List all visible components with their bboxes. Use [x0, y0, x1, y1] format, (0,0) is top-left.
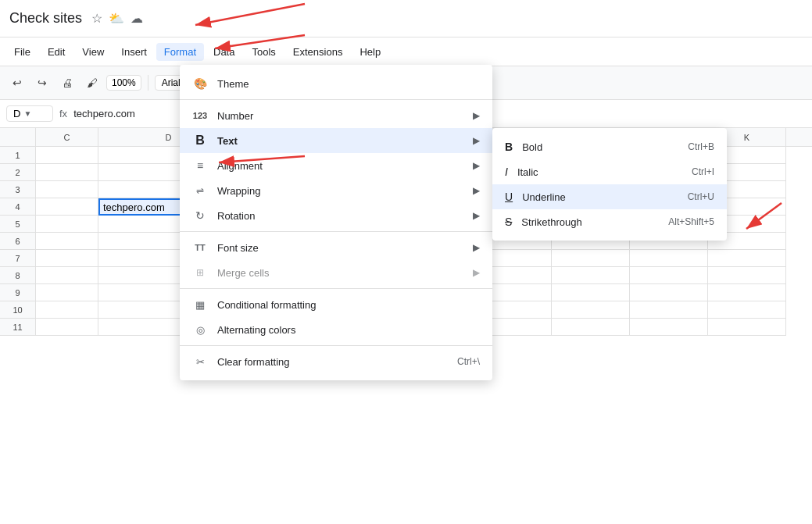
cell[interactable]	[630, 319, 708, 336]
number-submenu-arrow: ▶	[473, 110, 480, 121]
menu-item-merge[interactable]: ⊞ Merge cells ▶	[180, 260, 492, 285]
cell[interactable]	[36, 147, 98, 164]
cell[interactable]	[708, 301, 786, 319]
cell[interactable]	[708, 284, 786, 301]
underline-icon: U	[505, 191, 513, 203]
cloud-icon[interactable]: ⛅	[109, 11, 124, 26]
underline-shortcut: Ctrl+U	[688, 191, 714, 202]
cell[interactable]	[36, 198, 98, 216]
format-menu: 🎨 Theme 123 Number ▶ B Text ▶ B Bold Ctr…	[180, 65, 492, 380]
menu-label-text: Text	[217, 135, 463, 147]
menu-item-number[interactable]: 123 Number ▶	[180, 103, 492, 128]
merge-icon: ⊞	[192, 265, 208, 280]
col-header-c[interactable]: C	[36, 128, 98, 146]
menu-insert[interactable]: Insert	[113, 43, 155, 61]
submenu-item-strikethrough[interactable]: S Strikethrough Alt+Shift+5	[492, 209, 727, 234]
cell[interactable]	[36, 250, 98, 267]
cell[interactable]	[36, 164, 98, 181]
cell-reference[interactable]: D ▼	[6, 105, 53, 122]
rotation-icon: ↻	[192, 208, 208, 223]
menu-item-theme[interactable]: 🎨 Theme	[180, 71, 492, 96]
menu-view[interactable]: View	[74, 43, 112, 61]
strikethrough-shortcut: Alt+Shift+5	[668, 216, 714, 227]
bold-icon: B	[505, 141, 513, 153]
menu-extensions[interactable]: Extensions	[285, 43, 351, 61]
undo-button[interactable]: ↩	[6, 72, 28, 94]
menu-item-fontsize[interactable]: TT Font size ▶	[180, 235, 492, 260]
menu-help[interactable]: Help	[352, 43, 388, 61]
cell[interactable]	[36, 319, 98, 336]
cell[interactable]	[708, 250, 786, 267]
strikethrough-icon: S	[505, 216, 512, 228]
doc-title: Check sites	[9, 10, 82, 27]
menu-edit[interactable]: Edit	[40, 43, 73, 61]
row-header: 2	[0, 164, 36, 181]
redo-button[interactable]: ↪	[31, 72, 53, 94]
format-dropdown: 🎨 Theme 123 Number ▶ B Text ▶ B Bold Ctr…	[180, 65, 492, 380]
drive-icon[interactable]: ☁	[131, 11, 143, 26]
text-submenu: B Bold Ctrl+B I Italic Ctrl+I U Underlin…	[492, 128, 727, 241]
submenu-item-bold[interactable]: B Bold Ctrl+B	[492, 134, 727, 159]
menu-item-text[interactable]: B Text ▶ B Bold Ctrl+B I Italic Ctrl+I U…	[180, 128, 492, 153]
menu-item-rotation[interactable]: ↻ Rotation ▶	[180, 203, 492, 228]
submenu-item-italic[interactable]: I Italic Ctrl+I	[492, 159, 727, 184]
cell[interactable]	[552, 301, 630, 319]
row-header: 9	[0, 284, 36, 301]
menu-label-theme: Theme	[217, 78, 480, 90]
cell-content: techpero.com	[103, 201, 165, 213]
menu-item-alternating[interactable]: ◎ Alternating colors	[180, 317, 492, 342]
cell[interactable]	[552, 284, 630, 301]
cell[interactable]	[630, 284, 708, 301]
wrapping-icon: ⇌	[192, 183, 208, 198]
star-icon[interactable]: ☆	[91, 11, 102, 26]
italic-icon: I	[505, 166, 508, 178]
cell[interactable]	[36, 216, 98, 233]
menu-tools[interactable]: Tools	[244, 43, 283, 61]
cell[interactable]	[708, 319, 786, 336]
cell[interactable]	[552, 319, 630, 336]
menu-label-alternating: Alternating colors	[217, 324, 480, 336]
submenu-label-underline: Underline	[522, 191, 566, 203]
fx-label: fx	[59, 108, 67, 119]
menu-divider-2	[180, 231, 492, 232]
cell[interactable]	[552, 267, 630, 284]
cell[interactable]	[708, 267, 786, 284]
print-button[interactable]: 🖨	[56, 72, 78, 94]
menu-format[interactable]: Format	[156, 43, 204, 61]
cell[interactable]	[630, 301, 708, 319]
submenu-label-bold: Bold	[522, 141, 542, 153]
cell[interactable]	[36, 267, 98, 284]
cell[interactable]	[36, 301, 98, 319]
menu-item-wrapping[interactable]: ⇌ Wrapping ▶	[180, 178, 492, 203]
merge-submenu-arrow: ▶	[473, 267, 480, 278]
alignment-icon: ≡	[192, 158, 208, 173]
row-header: 6	[0, 233, 36, 250]
zoom-level[interactable]: 100%	[106, 75, 141, 91]
menu-divider-4	[180, 345, 492, 346]
row-header: 3	[0, 181, 36, 198]
menu-data[interactable]: Data	[206, 43, 242, 61]
menu-divider-3	[180, 288, 492, 289]
paint-format-button[interactable]: 🖌	[81, 72, 103, 94]
row-header: 5	[0, 216, 36, 233]
row-header: 1	[0, 147, 36, 164]
cell[interactable]	[36, 284, 98, 301]
menu-item-conditional[interactable]: ▦ Conditional formatting	[180, 292, 492, 317]
number-icon: 123	[192, 108, 208, 123]
cell[interactable]	[552, 250, 630, 267]
rotation-submenu-arrow: ▶	[473, 210, 480, 221]
submenu-item-underline[interactable]: U Underline Ctrl+U	[492, 184, 727, 209]
cell[interactable]	[630, 267, 708, 284]
menu-item-alignment[interactable]: ≡ Alignment ▶	[180, 153, 492, 178]
cell[interactable]	[630, 250, 708, 267]
title-icons: ☆ ⛅ ☁	[91, 11, 143, 26]
clear-shortcut: Ctrl+\	[457, 356, 480, 367]
cell[interactable]	[36, 181, 98, 198]
submenu-label-italic: Italic	[517, 166, 538, 178]
menu-divider	[180, 99, 492, 100]
alternating-icon: ◎	[192, 322, 208, 337]
menu-label-alignment: Alignment	[217, 160, 463, 172]
menu-file[interactable]: File	[6, 43, 38, 61]
menu-item-clear[interactable]: ✂ Clear formatting Ctrl+\	[180, 349, 492, 374]
cell[interactable]	[36, 233, 98, 250]
